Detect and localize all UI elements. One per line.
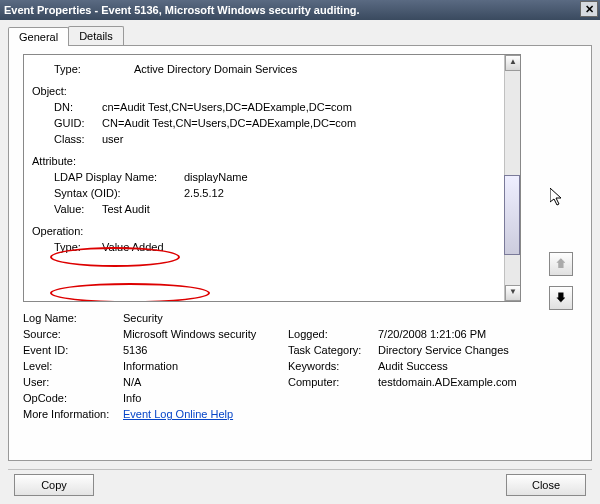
guid-label: GUID: xyxy=(54,115,102,131)
button-bar: Copy Close xyxy=(0,474,600,496)
copy-button[interactable]: Copy xyxy=(14,474,94,496)
keywords-value: Audit Success xyxy=(378,360,563,372)
moreinfo-label: More Information: xyxy=(23,408,123,420)
computer-value: testdomain.ADExample.com xyxy=(378,376,563,388)
dn-value: cn=Audit Test,CN=Users,DC=ADExample,DC=c… xyxy=(102,99,352,115)
attribute-label: Attribute: xyxy=(32,153,512,169)
level-label: Level: xyxy=(23,360,123,372)
value-label: Value: xyxy=(54,201,102,217)
taskcat-value: Directory Service Changes xyxy=(378,344,563,356)
attribute-section: Attribute: LDAP Display Name: displayNam… xyxy=(32,153,512,217)
class-label: Class: xyxy=(54,131,102,147)
nav-buttons: 🡅 🡇 xyxy=(549,252,573,310)
class-value: user xyxy=(102,131,123,147)
type-value: Active Directory Domain Services xyxy=(134,61,297,77)
title-bar: Event Properties - Event 5136, Microsoft… xyxy=(0,0,600,20)
description-box: Type: Active Directory Domain Services O… xyxy=(23,54,521,302)
taskcat-label: Task Category: xyxy=(288,344,378,356)
close-icon[interactable]: ✕ xyxy=(580,1,598,17)
source-label: Source: xyxy=(23,328,123,340)
properties-grid: Log Name: Security Source: Microsoft Win… xyxy=(23,310,563,422)
logname-label: Log Name: xyxy=(23,312,123,324)
event-log-help-link[interactable]: Event Log Online Help xyxy=(123,408,233,420)
ldap-name-value: displayName xyxy=(184,169,248,185)
source-value: Microsoft Windows security xyxy=(123,328,288,340)
guid-value: CN=Audit Test,CN=Users,DC=ADExample,DC=c… xyxy=(102,115,356,131)
logged-value: 7/20/2008 1:21:06 PM xyxy=(378,328,563,340)
description-content: Type: Active Directory Domain Services O… xyxy=(24,55,520,261)
scroll-thumb[interactable] xyxy=(504,175,520,255)
keywords-label: Keywords: xyxy=(288,360,378,372)
op-type-label: Type: xyxy=(54,239,102,255)
annotation-circle xyxy=(50,283,210,302)
eventid-label: Event ID: xyxy=(23,344,123,356)
dn-label: DN: xyxy=(54,99,102,115)
window-title: Event Properties - Event 5136, Microsoft… xyxy=(4,4,360,16)
syntax-value: 2.5.5.12 xyxy=(184,185,224,201)
object-label: Object: xyxy=(32,83,512,99)
syntax-label: Syntax (OID): xyxy=(54,185,184,201)
computer-label: Computer: xyxy=(288,376,378,388)
scrollbar[interactable]: ▲ ▼ xyxy=(504,55,520,301)
op-type-value: Value Added xyxy=(102,239,164,255)
arrow-up-icon[interactable]: 🡅 xyxy=(549,252,573,276)
value-value: Test Audit xyxy=(102,201,150,217)
tab-strip: General Details xyxy=(8,26,592,45)
opcode-value: Info xyxy=(123,392,288,404)
logname-value: Security xyxy=(123,312,288,324)
user-label: User: xyxy=(23,376,123,388)
client-area: General Details Type: Active Directory D… xyxy=(0,20,600,504)
scroll-up-icon[interactable]: ▲ xyxy=(505,55,521,71)
logged-label: Logged: xyxy=(288,328,378,340)
tab-details[interactable]: Details xyxy=(68,26,124,45)
user-value: N/A xyxy=(123,376,288,388)
close-button[interactable]: Close xyxy=(506,474,586,496)
opcode-label: OpCode: xyxy=(23,392,123,404)
separator xyxy=(8,469,592,470)
level-value: Information xyxy=(123,360,288,372)
tab-panel-general: Type: Active Directory Domain Services O… xyxy=(8,45,592,461)
operation-label: Operation: xyxy=(32,223,512,239)
object-section: Object: DN: cn=Audit Test,CN=Users,DC=AD… xyxy=(32,83,512,147)
type-label: Type: xyxy=(54,61,134,77)
tab-general[interactable]: General xyxy=(8,27,69,46)
ldap-name-label: LDAP Display Name: xyxy=(54,169,184,185)
operation-section: Operation: Type: Value Added xyxy=(32,223,512,255)
arrow-down-icon[interactable]: 🡇 xyxy=(549,286,573,310)
eventid-value: 5136 xyxy=(123,344,288,356)
scroll-down-icon[interactable]: ▼ xyxy=(505,285,521,301)
